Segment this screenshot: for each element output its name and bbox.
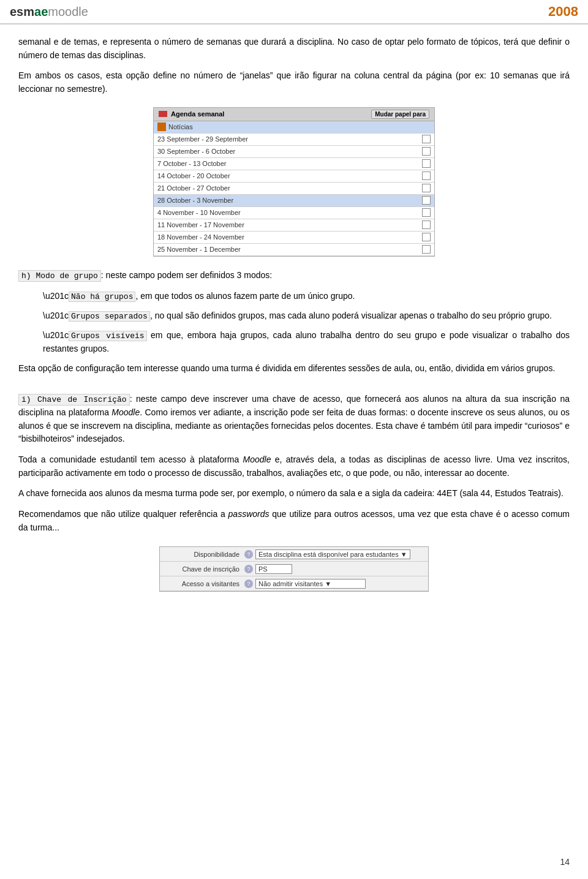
row-checkbox-2[interactable] bbox=[422, 147, 431, 156]
paragraph-2: Em ambos os casos, esta opção define no … bbox=[18, 69, 570, 96]
row-label-6: 28 October - 3 November bbox=[157, 196, 420, 205]
p6-text1: Recomendamos que não utilize qualquer re… bbox=[18, 509, 228, 519]
bs-label-1: Chave de inscrição bbox=[165, 565, 244, 573]
page-number: 14 bbox=[560, 857, 570, 867]
row-checkbox-9[interactable] bbox=[422, 233, 431, 241]
main-content: semanal e de temas, e representa o númer… bbox=[0, 25, 588, 610]
agenda-row-3: 7 October - 13 October bbox=[154, 158, 434, 170]
mode1-text: , em que todos os alunos fazem parte de … bbox=[135, 291, 355, 301]
agenda-row-7: 4 November - 10 November bbox=[154, 207, 434, 219]
page-header: esmaemoodle 2008 bbox=[0, 0, 588, 25]
agenda-row-0: Notícias bbox=[154, 121, 434, 134]
news-icon bbox=[157, 123, 166, 131]
screenshot-title-label: Agenda semanal bbox=[171, 110, 224, 118]
bs-value-1[interactable]: PS bbox=[255, 564, 423, 574]
screenshot-title-bar: Agenda semanal Mudar papel para bbox=[154, 108, 434, 121]
agenda-row-4: 14 October - 20 October bbox=[154, 170, 434, 183]
help-icon-2[interactable]: ? bbox=[244, 579, 253, 588]
help-icon-0[interactable]: ? bbox=[244, 550, 253, 559]
row-label-0: Notícias bbox=[168, 123, 431, 131]
bottom-row-0: Disponibilidade?Esta disciplina está dis… bbox=[160, 547, 428, 562]
row-label-3: 7 October - 13 October bbox=[157, 159, 420, 168]
bs-select-0[interactable]: Esta disciplina está disponível para est… bbox=[255, 549, 410, 559]
row-label-7: 4 November - 10 November bbox=[157, 208, 420, 217]
bs-label-0: Disponibilidade bbox=[165, 551, 244, 558]
site-logo: esmaemoodle bbox=[10, 5, 88, 19]
p4-moodle: Moodle bbox=[243, 455, 271, 464]
row-label-1: 23 September - 29 September bbox=[157, 135, 420, 143]
row-label-2: 30 September - 6 October bbox=[157, 147, 420, 156]
row-checkbox-6[interactable] bbox=[422, 196, 431, 205]
logo-esm: esm bbox=[10, 5, 34, 18]
paragraph-4: Toda a comunidade estudantil tem acesso … bbox=[18, 453, 570, 480]
logo-moodle: moodle bbox=[48, 5, 88, 18]
row-label-8: 11 November - 17 November bbox=[157, 221, 420, 229]
mode2-code: Grupos separados bbox=[69, 311, 150, 322]
paragraph-3: Esta opção de configuração tem interesse… bbox=[18, 362, 570, 375]
agenda-row-6: 28 October - 3 November bbox=[154, 195, 434, 207]
paragraph-1: semanal e de temas, e representa o númer… bbox=[18, 36, 570, 62]
mode3-code: Grupos visíveis bbox=[69, 331, 147, 341]
bs-select-2[interactable]: Não admitir visitantes ▼ bbox=[255, 579, 366, 589]
agenda-row-8: 11 November - 17 November bbox=[154, 219, 434, 232]
p4-text1: Toda a comunidade estudantil tem acesso … bbox=[18, 455, 243, 464]
mode2-paragraph: \u201cGrupos separados, no qual são defi… bbox=[43, 309, 570, 323]
p6-passwords: passwords bbox=[228, 509, 270, 519]
agenda-rows: Notícias23 September - 29 September30 Se… bbox=[154, 121, 434, 256]
row-label-9: 18 November - 24 November bbox=[157, 233, 420, 241]
row-checkbox-8[interactable] bbox=[422, 221, 431, 229]
agenda-row-5: 21 October - 27 October bbox=[154, 183, 434, 195]
mode1-paragraph: \u201cNão há grupos, em que todos os alu… bbox=[43, 290, 570, 303]
h-label: h) Modo de grupo bbox=[18, 270, 101, 282]
row-checkbox-10[interactable] bbox=[422, 245, 431, 254]
bs-value-0[interactable]: Esta disciplina está disponível para est… bbox=[255, 549, 423, 559]
bottom-row-2: Acesso a visitantes?Não admitir visitant… bbox=[160, 576, 428, 591]
bs-value-2[interactable]: Não admitir visitantes ▼ bbox=[255, 579, 423, 589]
row-label-4: 14 October - 20 October bbox=[157, 172, 420, 180]
year-badge: 2008 bbox=[548, 4, 578, 20]
bs-input-1[interactable]: PS bbox=[255, 564, 292, 574]
i-label: i) Chave de Inscrição bbox=[18, 394, 130, 406]
row-checkbox-5[interactable] bbox=[422, 184, 431, 192]
h-text: : neste campo podem ser definidos 3 modo… bbox=[101, 270, 272, 280]
row-label-5: 21 October - 27 October bbox=[157, 184, 420, 192]
agenda-row-10: 25 November - 1 December bbox=[154, 244, 434, 256]
row-label-10: 25 November - 1 December bbox=[157, 245, 420, 254]
mode3-paragraph: \u201cGrupos visíveis em que, embora haj… bbox=[43, 329, 570, 356]
bottom-screenshot: Disponibilidade?Esta disciplina está dis… bbox=[159, 546, 429, 592]
row-checkbox-7[interactable] bbox=[422, 208, 431, 217]
row-checkbox-3[interactable] bbox=[422, 159, 431, 168]
row-checkbox-1[interactable] bbox=[422, 135, 431, 143]
agenda-row-2: 30 September - 6 October bbox=[154, 146, 434, 158]
mode2-text: , no qual são definidos grupos, mas cada… bbox=[150, 311, 552, 320]
agenda-row-9: 18 November - 24 November bbox=[154, 232, 434, 244]
agenda-screenshot: Agenda semanal Mudar papel para Notícias… bbox=[153, 107, 435, 257]
bottom-rows: Disponibilidade?Esta disciplina está dis… bbox=[160, 547, 428, 591]
mode1-code: Não há grupos bbox=[69, 292, 135, 302]
i-moodle: Moodle bbox=[111, 407, 140, 417]
paragraph-i: i) Chave de Inscrição: neste campo deve … bbox=[18, 393, 570, 446]
bottom-row-1: Chave de inscrição?PS bbox=[160, 562, 428, 576]
mudar-papel-button[interactable]: Mudar papel para bbox=[371, 110, 429, 119]
flag-icon bbox=[159, 111, 167, 117]
row-checkbox-4[interactable] bbox=[422, 172, 431, 180]
help-icon-1[interactable]: ? bbox=[244, 565, 253, 573]
paragraph-6: Recomendamos que não utilize qualquer re… bbox=[18, 508, 570, 534]
paragraph-h: h) Modo de grupo: neste campo podem ser … bbox=[18, 269, 570, 282]
agenda-row-1: 23 September - 29 September bbox=[154, 134, 434, 146]
logo-ae: ae bbox=[34, 5, 48, 18]
bs-label-2: Acesso a visitantes bbox=[165, 580, 244, 587]
paragraph-5: A chave fornecida aos alunos da mesma tu… bbox=[18, 487, 570, 500]
